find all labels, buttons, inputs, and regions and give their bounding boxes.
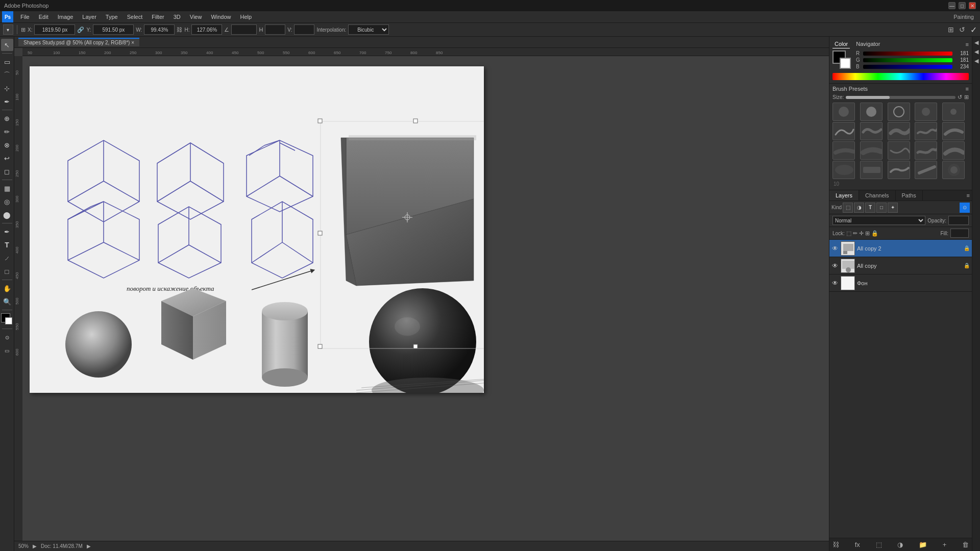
- layer-lock-allcopy2[interactable]: 🔒: [964, 245, 970, 251]
- minimize-button[interactable]: —: [948, 2, 955, 9]
- tool-preset-btn[interactable]: ▾: [3, 24, 13, 35]
- layer-vis-allcopy2[interactable]: 👁: [831, 245, 839, 252]
- layer-item-allcopy2[interactable]: 👁 All copy 2 🔒: [829, 240, 972, 257]
- blur-tool[interactable]: ◎: [1, 195, 13, 208]
- menu-select[interactable]: Select: [123, 13, 147, 21]
- panel-menu-icon[interactable]: ≡: [966, 41, 969, 47]
- history-brush[interactable]: ↩: [1, 152, 13, 164]
- h-skew-input[interactable]: 0.00: [265, 24, 285, 35]
- collapse-layers-icon[interactable]: ◀: [973, 57, 980, 64]
- h-input[interactable]: [191, 24, 222, 35]
- menu-layer[interactable]: Layer: [78, 13, 101, 21]
- r-slider[interactable]: [863, 52, 952, 56]
- angle-input[interactable]: 18.88: [231, 24, 257, 35]
- collapse-brush-icon[interactable]: ◀: [973, 48, 980, 55]
- brush-size-slider[interactable]: [846, 96, 955, 99]
- color-spectrum[interactable]: [832, 73, 969, 80]
- clone-tool[interactable]: ⊗: [1, 139, 13, 151]
- eraser-tool[interactable]: ◻: [1, 165, 13, 178]
- confirm-icon[interactable]: ✓: [970, 25, 977, 35]
- x-input[interactable]: [34, 24, 75, 35]
- brush-item-20[interactable]: [942, 161, 965, 179]
- crop-tool[interactable]: ⊹: [1, 82, 13, 94]
- brush-item-14[interactable]: [915, 141, 937, 160]
- pen-tool[interactable]: ✒: [1, 226, 13, 238]
- quick-mask-btn[interactable]: ⊙: [1, 331, 13, 343]
- menu-filter[interactable]: Filter: [148, 13, 168, 21]
- brush-item-5[interactable]: [942, 103, 965, 121]
- layer-item-bg[interactable]: 👁 Фон: [829, 274, 972, 292]
- brush-panel-menu[interactable]: ≡: [966, 86, 969, 92]
- filter-adj-btn[interactable]: ◑: [854, 203, 864, 213]
- brush-tool[interactable]: ✏: [1, 126, 13, 138]
- layer-fx-btn[interactable]: fx: [855, 541, 860, 548]
- menu-file[interactable]: File: [16, 13, 34, 21]
- layer-adj-btn[interactable]: ◑: [897, 541, 903, 548]
- brush-settings-icon[interactable]: ⊞: [964, 94, 969, 101]
- brush-item-9[interactable]: [915, 122, 937, 140]
- layer-lock-allcopy[interactable]: 🔒: [964, 263, 970, 268]
- layer-mask-btn[interactable]: ⬚: [876, 541, 882, 548]
- layer-vis-allcopy[interactable]: 👁: [831, 262, 839, 269]
- color-tab[interactable]: Color: [832, 40, 850, 48]
- layer-group-btn[interactable]: 📁: [919, 541, 927, 548]
- brush-item-6[interactable]: [832, 122, 855, 140]
- brush-item-1[interactable]: [832, 103, 855, 121]
- close-button[interactable]: ✕: [969, 2, 976, 9]
- filter-shape-btn[interactable]: □: [876, 203, 887, 213]
- layers-panel-menu[interactable]: ≡: [965, 190, 972, 201]
- collapse-color-icon[interactable]: ◀: [973, 39, 980, 46]
- grid-icon[interactable]: ⊞: [948, 26, 954, 34]
- brush-item-18[interactable]: [888, 161, 910, 179]
- brush-item-10[interactable]: [942, 122, 965, 140]
- hand-tool[interactable]: ✋: [1, 282, 13, 294]
- filter-pixel-btn[interactable]: ⬚: [843, 203, 853, 213]
- w-input[interactable]: [144, 24, 175, 35]
- b-slider[interactable]: [863, 65, 952, 69]
- screen-mode-btn[interactable]: ▭: [1, 344, 13, 357]
- marquee-tool[interactable]: ▭: [1, 56, 13, 68]
- eyedropper-tool[interactable]: ✒: [1, 95, 13, 108]
- menu-window[interactable]: Window: [207, 13, 235, 21]
- brush-item-7[interactable]: [860, 122, 883, 140]
- lock-pixels-btn[interactable]: ✏: [853, 230, 857, 237]
- lock-transparent-btn[interactable]: ⬚: [846, 230, 851, 237]
- brush-item-4[interactable]: [915, 103, 937, 121]
- menu-edit[interactable]: Edit: [35, 13, 53, 21]
- menu-type[interactable]: Type: [102, 13, 122, 21]
- zoom-tool[interactable]: 🔍: [1, 295, 13, 308]
- layer-new-btn[interactable]: +: [943, 541, 947, 548]
- filter-smart-btn[interactable]: ✦: [888, 203, 898, 213]
- dodge-tool[interactable]: ⬤: [1, 209, 13, 221]
- shape-tool[interactable]: □: [1, 265, 13, 278]
- status-icon[interactable]: ▶: [33, 543, 37, 549]
- g-slider[interactable]: [863, 58, 952, 62]
- document-tab[interactable]: Shapes Study.psd @ 50% (All copy 2, RGB/…: [18, 38, 139, 46]
- tab-channels[interactable]: Channels: [859, 190, 895, 201]
- opacity-input[interactable]: 100%: [948, 216, 969, 225]
- menu-view[interactable]: View: [186, 13, 206, 21]
- lock-position-btn[interactable]: ✛: [859, 230, 864, 237]
- fg-color[interactable]: [1, 313, 13, 325]
- move-tool[interactable]: ↖: [1, 39, 13, 51]
- brush-item-11[interactable]: [832, 141, 855, 160]
- brush-item-2[interactable]: [860, 103, 883, 121]
- lasso-tool[interactable]: ⌒: [1, 69, 13, 81]
- menu-image[interactable]: Image: [54, 13, 78, 21]
- brush-item-16[interactable]: [832, 161, 855, 179]
- brush-item-8[interactable]: [888, 122, 910, 140]
- heal-tool[interactable]: ⊕: [1, 112, 13, 124]
- y-input[interactable]: [93, 24, 134, 35]
- gradient-tool[interactable]: ▦: [1, 182, 13, 194]
- brush-size-icon[interactable]: ↺: [958, 94, 962, 101]
- v-input[interactable]: 0.00: [294, 24, 314, 35]
- menu-help[interactable]: Help: [236, 13, 256, 21]
- brush-item-17[interactable]: [860, 161, 883, 179]
- interpolation-select[interactable]: Bicubic Bilinear Nearest Neighbor: [348, 24, 389, 35]
- rotate-icon[interactable]: ↺: [959, 26, 965, 34]
- type-tool[interactable]: T: [1, 239, 13, 251]
- arrow-btn[interactable]: ▶: [87, 543, 91, 549]
- brush-item-15[interactable]: [942, 141, 965, 160]
- background-color[interactable]: [840, 58, 851, 69]
- blend-mode-select[interactable]: Normal Multiply Screen Overlay: [832, 216, 925, 225]
